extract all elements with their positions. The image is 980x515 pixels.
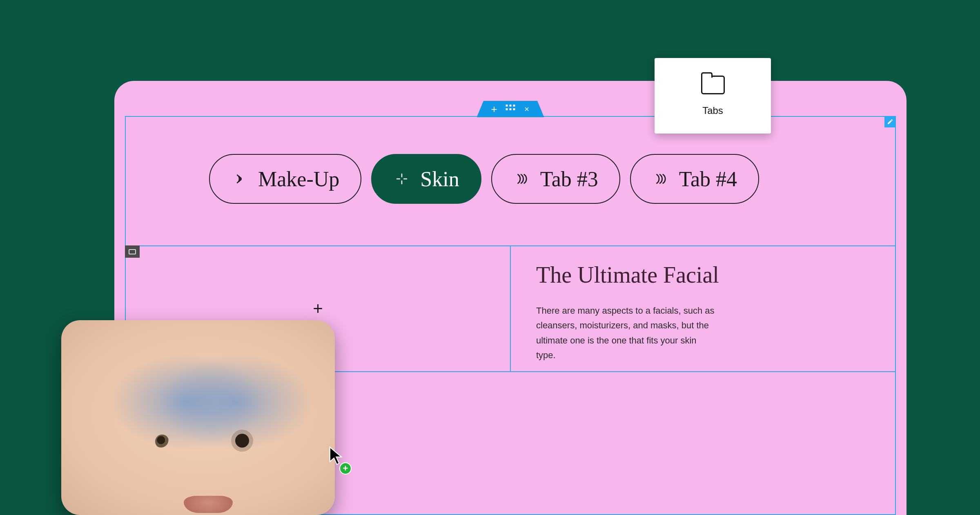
- article-heading[interactable]: The Ultimate Facial: [536, 262, 862, 288]
- tab-label: Skin: [420, 167, 459, 191]
- sparkle-icon: [393, 170, 410, 187]
- add-section-icon[interactable]: +: [490, 105, 499, 114]
- tab-skin[interactable]: Skin: [371, 154, 481, 204]
- tab-label: Tab #4: [679, 167, 737, 191]
- block-inserter-tabs[interactable]: Tabs: [655, 58, 771, 134]
- waves-icon: [652, 170, 669, 187]
- delete-section-icon[interactable]: ×: [522, 105, 531, 114]
- waves-icon: [513, 170, 530, 187]
- tab-3[interactable]: Tab #3: [491, 154, 620, 204]
- column-handle[interactable]: [125, 245, 140, 258]
- tab-4[interactable]: Tab #4: [630, 154, 759, 204]
- article: The Ultimate Facial There are many aspec…: [536, 262, 862, 363]
- tabs-icon: [701, 76, 725, 94]
- tabs-row: Make-Up Skin Tab #3 Tab #4: [209, 154, 759, 204]
- section-toolbar[interactable]: + ×: [477, 101, 544, 117]
- add-widget-button[interactable]: +: [313, 300, 323, 317]
- article-body[interactable]: There are many aspects to a facials, suc…: [536, 303, 716, 363]
- edit-section-button[interactable]: [884, 116, 896, 127]
- drag-handle-icon[interactable]: [506, 105, 515, 114]
- tab-label: Tab #3: [540, 167, 598, 191]
- tab-label: Make-Up: [258, 167, 339, 191]
- rectangle-icon: [129, 249, 136, 254]
- dragged-image[interactable]: [61, 320, 335, 515]
- pencil-icon: [887, 118, 893, 125]
- inserter-label: Tabs: [702, 105, 723, 116]
- column-right[interactable]: The Ultimate Facial There are many aspec…: [510, 246, 895, 371]
- tab-makeup[interactable]: Make-Up: [209, 154, 361, 204]
- ripple-icon: [231, 170, 248, 187]
